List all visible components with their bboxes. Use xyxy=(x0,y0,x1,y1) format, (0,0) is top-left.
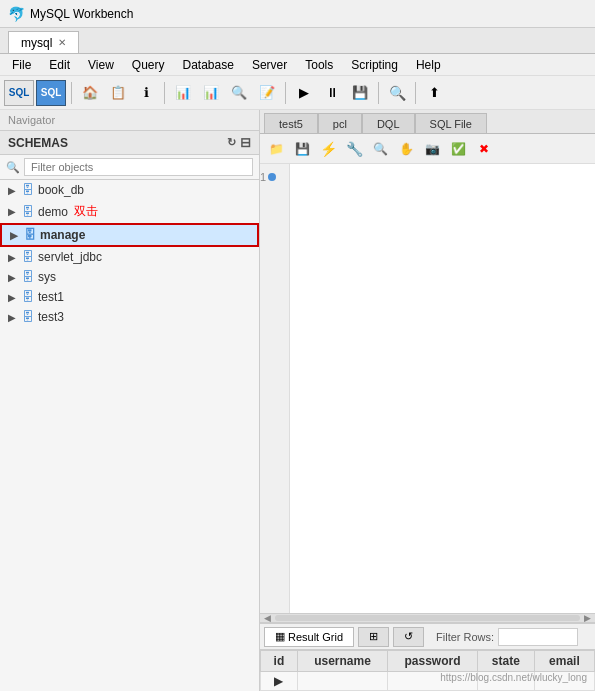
refresh-schemas-button[interactable]: ↻ xyxy=(227,136,236,149)
db-icon-servlet_jdbc: 🗄 xyxy=(22,250,34,264)
export-button[interactable]: ⬆ xyxy=(421,80,447,106)
query-tab-pcl[interactable]: pcl xyxy=(318,113,362,133)
schema-item-test1[interactable]: ▶ 🗄 test1 xyxy=(0,287,259,307)
menu-database[interactable]: Database xyxy=(175,56,242,74)
query-tab-label-pcl: pcl xyxy=(333,118,347,130)
schema-item-book_db[interactable]: ▶ 🗄 book_db xyxy=(0,180,259,200)
query-tab-dql[interactable]: DQL xyxy=(362,113,415,133)
col-header-username[interactable]: username xyxy=(297,651,387,672)
menu-tools[interactable]: Tools xyxy=(297,56,341,74)
schema-item-servlet_jdbc[interactable]: ▶ 🗄 servlet_jdbc xyxy=(0,247,259,267)
commit-button[interactable]: 💾 xyxy=(347,80,373,106)
db-icon-manage: 🗄 xyxy=(24,228,36,242)
row-cell-username[interactable] xyxy=(388,672,478,691)
toolbar-separator-4 xyxy=(378,82,379,104)
schema-label-servlet_jdbc: servlet_jdbc xyxy=(38,250,102,264)
close-tab-button[interactable]: ✕ xyxy=(58,37,66,48)
filter-objects-input[interactable] xyxy=(24,158,253,176)
filter-rows-input[interactable] xyxy=(498,628,578,646)
add-table-button[interactable]: 📊 xyxy=(198,80,224,106)
menu-edit[interactable]: Edit xyxy=(41,56,78,74)
expand-arrow-manage[interactable]: ▶ xyxy=(10,230,20,241)
query-tab-label-test5: test5 xyxy=(279,118,303,130)
query-tab-sqlfile[interactable]: SQL File xyxy=(415,113,487,133)
schema-item-sys[interactable]: ▶ 🗄 sys xyxy=(0,267,259,287)
menu-scripting[interactable]: Scripting xyxy=(343,56,406,74)
find-button[interactable]: 🔍 xyxy=(368,137,392,161)
query-editor[interactable]: 1 xyxy=(260,164,595,613)
schema-item-manage[interactable]: ▶ 🗄 manage xyxy=(0,223,259,247)
schema-label-book_db: book_db xyxy=(38,183,84,197)
db-icon-test1: 🗄 xyxy=(22,290,34,304)
manage-db-button[interactable]: 📋 xyxy=(105,80,131,106)
row-cell-state[interactable] xyxy=(534,672,594,691)
col-header-state[interactable]: state xyxy=(477,651,534,672)
open-sql-button[interactable]: SQL xyxy=(36,80,66,106)
table-header-row: id username password state email xyxy=(261,651,595,672)
scroll-left-arrow[interactable]: ◀ xyxy=(264,613,271,623)
app-title: MySQL Workbench xyxy=(30,7,133,21)
index-button[interactable]: 🔍 xyxy=(226,80,252,106)
expand-arrow-servlet_jdbc[interactable]: ▶ xyxy=(8,252,18,263)
editor-content[interactable] xyxy=(290,164,595,613)
menu-query[interactable]: Query xyxy=(124,56,173,74)
mysql-tab[interactable]: mysql ✕ xyxy=(8,31,79,53)
horizontal-scrollbar[interactable]: ◀ ▶ xyxy=(260,613,595,623)
new-sql-button[interactable]: SQL xyxy=(4,80,34,106)
refresh-icon: ↺ xyxy=(404,630,413,643)
schemas-label: SCHEMAS xyxy=(8,136,68,150)
expand-arrow-test3[interactable]: ▶ xyxy=(8,312,18,323)
menu-server[interactable]: Server xyxy=(244,56,295,74)
columns-button[interactable]: 📝 xyxy=(254,80,280,106)
expand-arrow-test1[interactable]: ▶ xyxy=(8,292,18,303)
menu-file[interactable]: File xyxy=(4,56,39,74)
db-icon-book_db: 🗄 xyxy=(22,183,34,197)
menu-view[interactable]: View xyxy=(80,56,122,74)
search-button[interactable]: 🔍 xyxy=(384,80,410,106)
collapse-schemas-button[interactable]: ⊟ xyxy=(240,135,251,150)
result-table-wrap[interactable]: id username password state email ▶ xyxy=(260,650,595,691)
expand-arrow-sys[interactable]: ▶ xyxy=(8,272,18,283)
ok-button[interactable]: ✅ xyxy=(446,137,470,161)
open-file-button[interactable]: 📁 xyxy=(264,137,288,161)
toolbar-separator-1 xyxy=(71,82,72,104)
cancel-button[interactable]: ✖ xyxy=(472,137,496,161)
row-cell-id[interactable] xyxy=(297,672,387,691)
toolbar-separator-3 xyxy=(285,82,286,104)
menu-help[interactable]: Help xyxy=(408,56,449,74)
execute-query-button[interactable]: ⚡ xyxy=(316,137,340,161)
expand-arrow-demo[interactable]: ▶ xyxy=(8,206,18,217)
row-cell-password[interactable] xyxy=(477,672,534,691)
col-header-email[interactable]: email xyxy=(534,651,594,672)
result-grid-tab[interactable]: ▦ Result Grid xyxy=(264,627,354,647)
db-icon-sys: 🗄 xyxy=(22,270,34,284)
schema-label-manage: manage xyxy=(40,228,85,242)
schema-label-sys: sys xyxy=(38,270,56,284)
stop-button[interactable]: ⏸ xyxy=(319,80,345,106)
result-refresh-tab[interactable]: ↺ xyxy=(393,627,424,647)
info-button[interactable]: ℹ xyxy=(133,80,159,106)
snapshot-button[interactable]: 📷 xyxy=(420,137,444,161)
line-numbers: 1 xyxy=(260,164,290,613)
table-button[interactable]: 📊 xyxy=(170,80,196,106)
result-grid-label: Result Grid xyxy=(288,631,343,643)
schema-item-test3[interactable]: ▶ 🗄 test3 xyxy=(0,307,259,327)
query-toolbar: 📁 💾 ⚡ 🔧 🔍 ✋ 📷 ✅ ✖ xyxy=(260,134,595,164)
scroll-right-arrow[interactable]: ▶ xyxy=(584,613,591,623)
connect-button[interactable]: 🏠 xyxy=(77,80,103,106)
navigator-label: Navigator xyxy=(8,114,55,126)
query-tab-test5[interactable]: test5 xyxy=(264,113,318,133)
execute-button[interactable]: ▶ xyxy=(291,80,317,106)
navigator-panel: Navigator SCHEMAS ↻ ⊟ 🔍 ▶ 🗄 book_db ▶ 🗄 xyxy=(0,110,260,691)
result-form-tab[interactable]: ⊞ xyxy=(358,627,389,647)
col-header-password[interactable]: password xyxy=(388,651,478,672)
col-header-id[interactable]: id xyxy=(261,651,298,672)
save-button[interactable]: 💾 xyxy=(290,137,314,161)
main-toolbar: SQL SQL 🏠 📋 ℹ 📊 📊 🔍 📝 ▶ ⏸ 💾 🔍 ⬆ xyxy=(0,76,595,110)
schema-item-demo[interactable]: ▶ 🗄 demo 双击 xyxy=(0,200,259,223)
hand-tool-button[interactable]: ✋ xyxy=(394,137,418,161)
expand-arrow-book_db[interactable]: ▶ xyxy=(8,185,18,196)
execute-selected-button[interactable]: 🔧 xyxy=(342,137,366,161)
main-content: Navigator SCHEMAS ↻ ⊟ 🔍 ▶ 🗄 book_db ▶ 🗄 xyxy=(0,110,595,691)
table-row-arrow[interactable]: ▶ xyxy=(261,672,595,691)
